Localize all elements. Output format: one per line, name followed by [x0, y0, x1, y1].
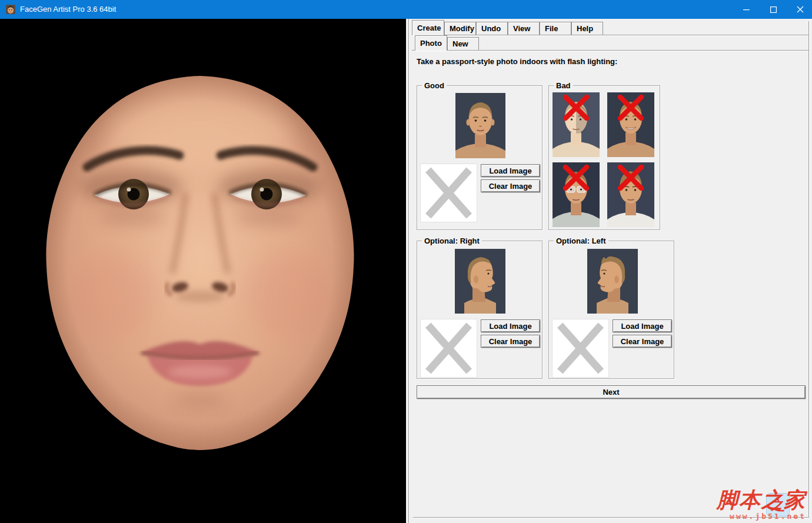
optional-left-title: Optional: Left: [554, 236, 608, 245]
bad-example-photo-hair: [607, 162, 654, 227]
app-icon: [6, 5, 15, 14]
close-icon[interactable]: [787, 0, 812, 19]
optional-right-group: Optional: Right: [417, 241, 543, 379]
main-tabbar-baseline: [412, 35, 808, 35]
watermark-site-name: 脚本之家: [688, 488, 806, 512]
panel-bottom-frame: [413, 517, 808, 518]
create-photo-panel: Create Modify Undo View File Help Photo …: [412, 19, 812, 523]
gray-x-icon: [421, 319, 477, 377]
tab-photo[interactable]: Photo: [415, 35, 447, 51]
tab-photo-label: Photo: [420, 39, 442, 48]
good-slot-empty: [420, 164, 477, 222]
panel-right-frame: [808, 21, 809, 518]
left-profile-example-photo: [587, 249, 638, 314]
sub-tabbar-baseline: [412, 50, 808, 51]
instruction-text: Take a passport-style photo indoors with…: [417, 57, 617, 66]
right-slot-empty: [420, 319, 477, 378]
window-title: FaceGen Artist Pro 3.6 64bit: [20, 0, 116, 19]
bad-group: Bad: [548, 85, 660, 230]
right-load-image-button[interactable]: Load Image: [481, 319, 540, 332]
watermark-logo-icon: 之: [766, 493, 790, 517]
tab-new[interactable]: New: [447, 37, 479, 50]
minimize-icon[interactable]: [733, 0, 760, 19]
left-load-image-button[interactable]: Load Image: [613, 319, 672, 332]
bad-example-photo-glasses: [553, 162, 600, 227]
tab-view-label: View: [513, 24, 530, 33]
good-group: Good: [417, 85, 543, 230]
gray-x-icon: [553, 319, 608, 377]
tab-file[interactable]: File: [540, 22, 571, 35]
maximize-icon[interactable]: [760, 0, 787, 19]
bad-example-photo-smiling: [607, 92, 654, 157]
good-group-title: Good: [422, 81, 447, 90]
tab-modify-label: Modify: [450, 24, 474, 33]
optional-right-title: Optional: Right: [422, 236, 482, 245]
optional-left-group: Optional: Left: [548, 241, 674, 379]
tab-help[interactable]: Help: [571, 22, 603, 35]
right-clear-image-button[interactable]: Clear Image: [481, 335, 540, 348]
bad-group-title: Bad: [554, 81, 573, 90]
left-slot-empty: [552, 319, 609, 378]
good-load-image-button[interactable]: Load Image: [481, 164, 540, 177]
tab-view[interactable]: View: [508, 22, 540, 35]
tab-new-label: New: [452, 39, 468, 48]
next-button[interactable]: Next: [417, 385, 806, 399]
tab-create-label: Create: [417, 24, 441, 32]
tab-undo-label: Undo: [481, 24, 501, 33]
titlebar[interactable]: FaceGen Artist Pro 3.6 64bit: [0, 0, 812, 19]
good-example-photo: [455, 93, 505, 158]
tab-create[interactable]: Create: [412, 20, 444, 35]
tab-file-label: File: [545, 24, 558, 33]
panel-splitter[interactable]: [406, 19, 412, 523]
watermark-site-url: www.jb51.net: [688, 512, 806, 521]
left-clear-image-button[interactable]: Clear Image: [613, 335, 672, 348]
gray-x-icon: [421, 164, 477, 222]
facegen-app-window: FaceGen Artist Pro 3.6 64bit: [0, 0, 812, 523]
tab-help-label: Help: [577, 24, 593, 33]
tab-modify[interactable]: Modify: [444, 22, 476, 35]
right-profile-example-photo: [455, 249, 505, 314]
bad-example-photo-shadowed: [553, 92, 600, 157]
watermark: 之 脚本之家 www.jb51.net: [688, 488, 806, 521]
tab-undo[interactable]: Undo: [476, 22, 508, 35]
good-clear-image-button[interactable]: Clear Image: [481, 179, 540, 192]
face-3d-viewport[interactable]: [0, 19, 406, 523]
rendered-face-model: [0, 19, 406, 523]
